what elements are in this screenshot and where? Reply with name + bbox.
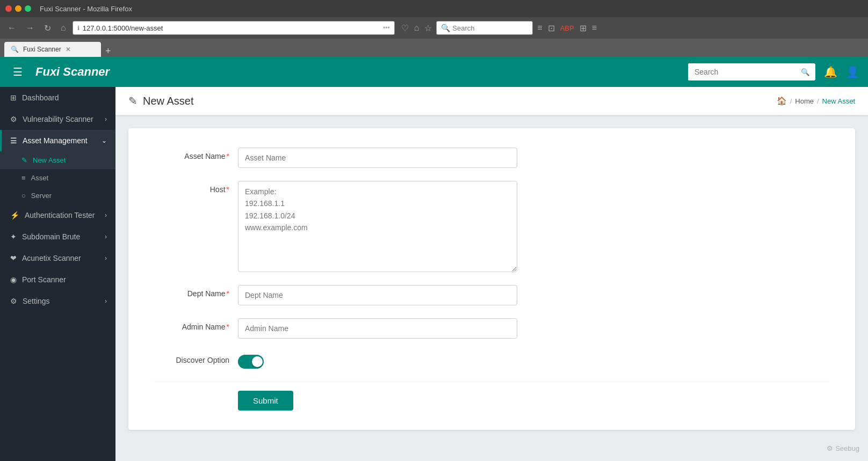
top-navbar: ☰ Fuxi Scanner 🔍 🔔 👤 (0, 57, 868, 87)
submit-button[interactable]: Submit (238, 391, 293, 411)
sidebar-label-port-scanner: Port Scanner (22, 275, 66, 284)
sidebar-item-asset-management[interactable]: ☰ Asset Management ⌄ (0, 130, 115, 151)
user-icon[interactable]: 👤 (846, 65, 859, 78)
sidebar-sub-label-asset: Asset (31, 174, 49, 182)
tab-label: Fuxi Scanner (23, 46, 61, 53)
home-icon[interactable]: ⌂ (413, 22, 421, 34)
host-textarea[interactable] (238, 181, 517, 272)
browser-search-input[interactable] (452, 24, 527, 32)
dashboard-icon: ⊞ (10, 93, 17, 102)
breadcrumb-home-link[interactable]: Home (795, 97, 814, 105)
address-text: 127.0.0.1:5000/new-asset (83, 24, 163, 32)
form-group-asset-name: Asset Name* (154, 148, 829, 168)
admin-name-label: Admin Name* (154, 318, 229, 331)
sidebar-sub-label-new-asset: New Asset (33, 156, 66, 164)
sidebar-label-vulnerability-scanner: Vulnerability Scanner (23, 115, 93, 123)
subdomain-brute-icon: ✦ (10, 232, 17, 241)
toggle-switch[interactable] (238, 355, 264, 369)
browser-title: Fuxi Scanner - Mozilla Firefox (40, 5, 132, 13)
forward-button[interactable]: → (23, 21, 38, 35)
sidebar-label-authentication-tester: Authentication Tester (25, 211, 95, 219)
sidebar-sub-item-server[interactable]: ○ Server (0, 187, 115, 204)
sidebar-item-settings[interactable]: ⚙ Settings › (0, 290, 115, 312)
sidebar-item-acunetix-scanner[interactable]: ❤ Acunetix Scanner › (0, 247, 115, 269)
home-button[interactable]: ⌂ (57, 21, 69, 35)
maximize-window-icon[interactable] (25, 5, 31, 12)
search-icon: 🔍 (441, 24, 450, 32)
tab-bar: 🔍 Fuxi Scanner ✕ + (0, 39, 868, 57)
close-window-icon[interactable] (5, 5, 12, 12)
container-icon[interactable]: ⊡ (547, 22, 556, 34)
sidebar-label-settings: Settings (23, 297, 50, 305)
minimize-window-icon[interactable] (15, 5, 21, 12)
top-search-input[interactable] (688, 63, 795, 81)
reload-button[interactable]: ↻ (41, 21, 54, 35)
menu-icon[interactable]: ≡ (591, 22, 598, 34)
discover-option-toggle[interactable] (238, 352, 264, 369)
adblock-icon[interactable]: ABP (559, 23, 575, 33)
search-submit-icon: 🔍 (801, 68, 810, 76)
toggle-thumb (252, 356, 263, 367)
sidebar-label-acunetix-scanner: Acunetix Scanner (22, 254, 81, 262)
form-group-admin-name: Admin Name* (154, 318, 829, 339)
address-bar[interactable]: ℹ 127.0.0.1:5000/new-asset ••• (73, 21, 395, 35)
chevron-right-icon: › (105, 115, 107, 123)
tab-favicon: 🔍 (11, 46, 19, 53)
hamburger-button[interactable]: ☰ (9, 63, 27, 81)
seebug-watermark: ⚙ Seebug (827, 444, 859, 452)
browser-search-bar[interactable]: 🔍 (436, 21, 533, 35)
top-search-container: 🔍 (688, 63, 815, 81)
dept-name-label: Dept Name* (154, 285, 229, 298)
form-card: Asset Name* Host* Dept Name* (128, 128, 855, 430)
breadcrumb-current: New Asset (822, 97, 855, 105)
breadcrumb-home-icon[interactable]: 🏠 (777, 96, 787, 106)
form-group-discover-option: Discover Option (154, 352, 829, 369)
sidebar-sub-label-server: Server (31, 192, 52, 200)
sidebar-item-subdomain-brute[interactable]: ✦ Subdomain Brute › (0, 226, 115, 247)
top-search-button[interactable]: 🔍 (795, 63, 815, 81)
seebug-text: Seebug (835, 444, 859, 452)
brand-logo: Fuxi Scanner (35, 65, 679, 79)
sidebar-item-authentication-tester[interactable]: ⚡ Authentication Tester › (0, 204, 115, 226)
sidebar-label-dashboard: Dashboard (22, 93, 59, 102)
list-icon: ≡ (21, 174, 26, 182)
star-icon[interactable]: ☆ (423, 22, 433, 34)
bookmark-icon[interactable]: ♡ (400, 22, 410, 34)
sidebar-item-vulnerability-scanner[interactable]: ⚙ Vulnerability Scanner › (0, 108, 115, 130)
chevron-right-icon-auth: › (105, 211, 107, 219)
sidebar-sub-item-new-asset[interactable]: ✎ New Asset (0, 151, 115, 169)
extension-icon[interactable]: ⊞ (578, 22, 588, 34)
tab-close-button[interactable]: ✕ (66, 46, 71, 53)
new-tab-button[interactable]: + (102, 46, 114, 57)
sidebar-item-dashboard[interactable]: ⊞ Dashboard (0, 87, 115, 108)
bell-icon[interactable]: 🔔 (824, 65, 837, 78)
asset-management-icon: ☰ (10, 136, 17, 145)
browser-toolbar: ← → ↻ ⌂ ℹ 127.0.0.1:5000/new-asset ••• ♡… (0, 17, 868, 39)
back-button[interactable]: ← (4, 21, 19, 35)
sidebar-sub-item-asset[interactable]: ≡ Asset (0, 169, 115, 187)
host-label: Host* (154, 181, 229, 194)
acunetix-scanner-icon: ❤ (10, 254, 17, 262)
chevron-right-icon-acu: › (105, 254, 107, 262)
content-area: ✎ New Asset 🏠 / Home / New Asset Asset N… (115, 87, 868, 461)
toolbar-icons: ♡ ⌂ ☆ (400, 22, 433, 34)
page-title-icon: ✎ (128, 94, 138, 107)
sidebar-item-port-scanner[interactable]: ◉ Port Scanner (0, 269, 115, 290)
lock-icon: ℹ (77, 25, 79, 32)
discover-option-label: Discover Option (154, 352, 229, 364)
chevron-right-icon-set: › (105, 297, 107, 305)
chevron-down-icon: ⌄ (102, 137, 107, 144)
main-layout: ⊞ Dashboard ⚙ Vulnerability Scanner › ☰ … (0, 87, 868, 461)
page-title-text: New Asset (143, 95, 193, 107)
active-tab[interactable]: 🔍 Fuxi Scanner ✕ (4, 42, 101, 57)
library-icon[interactable]: ≡ (536, 22, 543, 34)
admin-name-input[interactable] (238, 318, 517, 339)
top-icons: 🔔 👤 (824, 65, 859, 78)
server-icon: ○ (21, 192, 26, 200)
asset-name-label: Asset Name* (154, 148, 229, 160)
window-controls (5, 5, 31, 12)
dept-name-input[interactable] (238, 285, 517, 305)
asset-name-input[interactable] (238, 148, 517, 168)
breadcrumb: 🏠 / Home / New Asset (777, 96, 855, 106)
vulnerability-scanner-icon: ⚙ (10, 115, 17, 123)
